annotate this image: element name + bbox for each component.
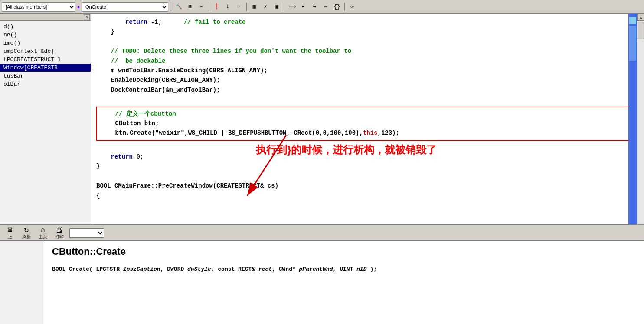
top-toolbar: [All class members] ◆ OnCreate 🔨 ⊞ ✂ ❗ ⤓… <box>0 0 644 14</box>
redo-icon[interactable]: ↪ <box>310 2 319 12</box>
code-line <box>96 172 632 181</box>
sidebar-item-7[interactable]: olBar <box>0 80 91 88</box>
code-line: { <box>96 191 632 201</box>
scroll-thumb[interactable] <box>638 22 644 39</box>
sidebar-item-5[interactable]: Window[CREATESTR <box>0 64 91 72</box>
code-comment-line2: // be dockable <box>96 56 632 66</box>
separator3 <box>246 3 247 11</box>
undo-icon[interactable]: ↩ <box>298 2 308 12</box>
sidebar-close-bar: × <box>0 14 91 21</box>
code-line: return -1; // fail to create <box>96 17 632 27</box>
code-line: } <box>96 162 632 171</box>
infinity-icon[interactable]: ∞ <box>347 2 357 12</box>
sidebar-item-1[interactable]: ne() <box>0 31 91 39</box>
address-dropdown[interactable] <box>69 228 104 238</box>
down-icon[interactable]: ⤓ <box>223 2 232 12</box>
hand-icon[interactable]: ☞ <box>234 2 244 12</box>
code-line: EnableDocking(CBRS_ALIGN_ANY); <box>96 75 632 85</box>
code-comment-line: // TODO: Delete these three lines if you… <box>96 46 632 56</box>
exclaim-icon[interactable]: ❗ <box>212 2 221 12</box>
watch-icon[interactable]: ▣ <box>272 2 281 12</box>
help-panel: CButton::Create BOOL Create( LPCTSTR lps… <box>0 241 644 324</box>
diamond-icon: ◆ <box>77 4 80 10</box>
breakpoint-icon[interactable]: ▦ <box>249 2 259 12</box>
help-left-nav <box>0 241 43 324</box>
highlighted-line1: CButton btn; <box>101 119 628 128</box>
sidebar-item-4[interactable]: LPCCREATESTRUCT l <box>0 55 91 64</box>
help-title: CButton::Create <box>52 246 635 257</box>
separator1 <box>171 3 171 11</box>
braces-icon[interactable]: {} <box>332 2 342 12</box>
code-line <box>96 95 632 104</box>
help-signature: BOOL Create( LPCTSTR lpszCaption, DWORD … <box>52 264 635 274</box>
right-panel-item <box>629 17 636 24</box>
separator4 <box>284 3 284 11</box>
highlighted-line2: btn.Create("weixin",WS_CHILD | BS_DEFPUS… <box>101 128 628 138</box>
sidebar-item-0[interactable]: d() <box>0 23 91 31</box>
separator5 <box>344 3 345 11</box>
highlighted-comment: // 定义一个cbutton <box>101 109 628 119</box>
highlight-box: // 定义一个cbutton CButton btn; btn.Create("… <box>96 107 632 141</box>
sidebar-item-3[interactable]: umpContext &dc] <box>0 47 91 55</box>
right-panel-nav <box>629 26 636 61</box>
grid-icon[interactable]: ⊞ <box>185 2 195 12</box>
refresh-button[interactable]: ↻ 刷新 <box>20 226 33 240</box>
code-line: m_wndToolBar.EnableDocking(CBRS_ALIGN_AN… <box>96 66 632 75</box>
build-icon[interactable]: 🔨 <box>174 2 183 12</box>
code-line: BOOL CMainFrame::PreCreateWindow(CREATES… <box>96 181 632 191</box>
scroll-up-button[interactable]: ▲ <box>637 14 644 21</box>
close-button[interactable]: × <box>84 14 90 20</box>
sidebar-item-2[interactable]: ime() <box>0 39 91 47</box>
chinese-annotation: 执行到}的时候，进行析构，就被销毁了 <box>256 142 437 158</box>
code-line <box>96 37 632 46</box>
arrow-right-icon[interactable]: ⟹ <box>287 2 297 12</box>
bottom-section: ⊠ 止 ↻ 刷新 ⌂ 主页 🖨 打印 CButton::Create BOOL … <box>0 224 644 324</box>
separator2 <box>209 3 209 11</box>
remove-icon[interactable]: ✗ <box>261 2 270 12</box>
cut-icon[interactable]: ✂ <box>196 2 206 12</box>
print-button[interactable]: 🖨 打印 <box>53 226 66 240</box>
swap-icon[interactable]: ↔ <box>321 2 330 12</box>
browser-address <box>69 228 641 238</box>
code-line: DockControlBar(&m_wndToolBar); <box>96 85 632 95</box>
sidebar-item-6[interactable]: tusBar <box>0 72 91 80</box>
browser-toolbar: ⊠ 止 ↻ 刷新 ⌂ 主页 🖨 打印 <box>0 225 644 241</box>
method-dropdown[interactable]: OnCreate <box>82 2 168 12</box>
class-dropdown[interactable]: [All class members] <box>2 2 75 12</box>
code-line: } <box>96 27 632 36</box>
stop-button[interactable]: ⊠ 止 <box>3 226 16 240</box>
help-content: CButton::Create BOOL Create( LPCTSTR lps… <box>43 241 644 324</box>
home-button[interactable]: ⌂ 主页 <box>36 226 49 240</box>
